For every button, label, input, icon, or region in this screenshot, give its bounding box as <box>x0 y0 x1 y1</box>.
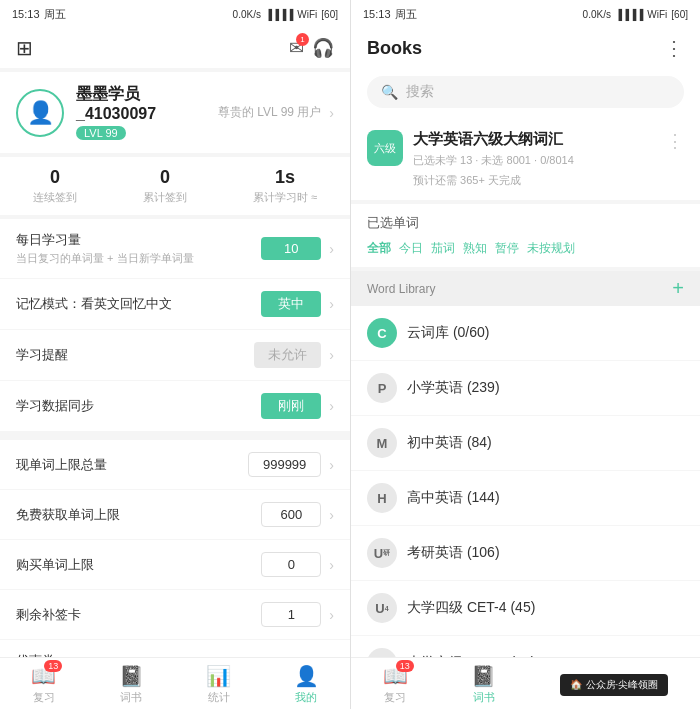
stat-total-label: 累计签到 <box>143 190 187 205</box>
settings-wordlimit[interactable]: 现单词上限总量 999999 › <box>0 440 350 489</box>
settings-reminder-label: 学习提醒 <box>16 346 254 364</box>
settings-signcard[interactable]: 剩余补签卡 1 › <box>0 590 350 639</box>
settings-reminder-chevron: › <box>329 347 334 363</box>
lib-middle-name: 初中英语 (84) <box>407 434 684 452</box>
lib-cet4[interactable]: U4 大学四级 CET-4 (45) <box>351 581 700 636</box>
right-status-right: 0.0K/s ▐▐▐▐ WiFi [60] <box>583 9 688 20</box>
premium-text[interactable]: 尊贵的 LVL 99 用户 › <box>218 104 334 121</box>
search-icon: 🔍 <box>381 84 398 100</box>
right-status-time-group: 15:13 周五 <box>363 7 417 22</box>
mail-icon[interactable]: ✉ 1 <box>289 37 304 59</box>
right-bottom-nav: 📖 13 复习 📓 词书 🏠 公众房·尖峰领圈 <box>351 657 700 709</box>
lib-primary[interactable]: P 小学英语 (239) <box>351 361 700 416</box>
settings-sync[interactable]: 学习数据同步 刚刚 › <box>0 381 350 431</box>
nav-wordbook-label: 词书 <box>120 690 142 705</box>
book-item[interactable]: 六级 大学英语六级大纲词汇 已选未学 13 · 未选 8001 · 0/8014… <box>367 130 684 188</box>
tag-paused[interactable]: 暂停 <box>495 240 519 257</box>
stat-time-value: 1s <box>253 167 317 188</box>
book-subtitle2: 预计还需 365+ 天完成 <box>413 172 656 189</box>
selected-words: 已选单词 全部 今日 茄词 熟知 暂停 未按规划 <box>351 204 700 267</box>
lib-middle[interactable]: M 初中英语 (84) <box>351 416 700 471</box>
tag-today[interactable]: 今日 <box>399 240 423 257</box>
settings-freelimit-chevron: › <box>329 507 334 523</box>
settings-signcard-left: 剩余补签卡 <box>16 606 261 624</box>
nav-profile[interactable]: 👤 我的 <box>294 664 319 705</box>
grid-icon[interactable]: ⊞ <box>16 36 33 60</box>
settings-reminder-value: 未允许 <box>254 342 321 368</box>
tag-unplanned[interactable]: 未按规划 <box>527 240 575 257</box>
lib-graduate[interactable]: U研 考研英语 (106) <box>351 526 700 581</box>
r-nav-wordbook-label: 词书 <box>473 690 495 705</box>
right-time: 15:13 <box>363 8 391 20</box>
settings-coupon[interactable]: 优惠券 › <box>0 640 350 657</box>
lib-graduate-icon: U研 <box>367 538 397 568</box>
settings-list: 每日学习量 当日复习的单词量 + 当日新学单词量 10 › 记忆模式：看英文回忆… <box>0 219 350 657</box>
settings-daily-label: 每日学习量 <box>16 231 261 249</box>
nav-stats-label: 统计 <box>208 690 230 705</box>
lib-cloud[interactable]: C 云词库 (0/60) <box>351 306 700 361</box>
settings-reminder[interactable]: 学习提醒 未允许 › <box>0 330 350 380</box>
profile-chevron: › <box>329 105 334 121</box>
settings-purchaselimit-value: 0 <box>261 552 321 577</box>
lib-cloud-icon: C <box>367 318 397 348</box>
right-speed: 0.0K/s <box>583 9 611 20</box>
settings-memory[interactable]: 记忆模式：看英文回忆中文 英中 › <box>0 279 350 329</box>
more-icon[interactable]: ⋮ <box>664 36 684 60</box>
watermark-text: 公众房·尖峰领圈 <box>586 678 659 692</box>
right-signal-icon: ▐▐▐▐ <box>615 9 643 20</box>
settings-daily[interactable]: 每日学习量 当日复习的单词量 + 当日新学单词量 10 › <box>0 219 350 278</box>
r-nav-wordbook[interactable]: 📓 词书 <box>471 664 496 705</box>
settings-daily-chevron: › <box>329 241 334 257</box>
book-subtitle1: 已选未学 13 · 未选 8001 · 0/8014 <box>413 152 656 169</box>
stat-total: 0 累计签到 <box>143 167 187 205</box>
left-signal-icon: ▐▐▐▐ <box>265 9 293 20</box>
settings-signcard-label: 剩余补签卡 <box>16 606 261 624</box>
nav-review-badge: 13 <box>44 660 62 672</box>
headphones-icon[interactable]: 🎧 <box>312 37 334 59</box>
settings-freelimit-left: 免费获取单词上限 <box>16 506 261 524</box>
settings-wordlimit-left: 现单词上限总量 <box>16 456 248 474</box>
left-top-bar: ⊞ ✉ 1 🎧 <box>0 28 350 68</box>
book-info: 大学英语六级大纲词汇 已选未学 13 · 未选 8001 · 0/8014 预计… <box>413 130 656 188</box>
book-more-icon[interactable]: ⋮ <box>666 130 684 152</box>
tag-known[interactable]: 熟知 <box>463 240 487 257</box>
top-bar-icons: ✉ 1 🎧 <box>289 37 334 59</box>
nav-stats[interactable]: 📊 统计 <box>206 664 231 705</box>
settings-sync-left: 学习数据同步 <box>16 397 261 415</box>
left-bottom-nav: 📖 13 复习 📓 词书 📊 统计 👤 我的 <box>0 657 350 709</box>
lib-cet6[interactable]: U6 大学六级 CET-6 (42) <box>351 636 700 657</box>
stat-continuous-label: 连续签到 <box>33 190 77 205</box>
nav-profile-icon: 👤 <box>294 664 319 688</box>
settings-memory-value: 英中 <box>261 291 321 317</box>
nav-stats-icon: 📊 <box>206 664 231 688</box>
settings-signcard-value: 1 <box>261 602 321 627</box>
tag-all[interactable]: 全部 <box>367 240 391 257</box>
settings-memory-left: 记忆模式：看英文回忆中文 <box>16 295 261 313</box>
selected-label: 已选单词 <box>367 214 684 232</box>
r-nav-review-icon: 📖 13 <box>383 664 408 688</box>
left-status-time-group: 15:13 周五 <box>12 7 66 22</box>
nav-wordbook-icon: 📓 <box>119 664 144 688</box>
avatar: 👤 <box>16 89 64 137</box>
word-library-section: Word Library + C 云词库 (0/60) P 小学英语 (239)… <box>351 271 700 657</box>
settings-memory-chevron: › <box>329 296 334 312</box>
search-placeholder: 搜索 <box>406 83 434 101</box>
left-time: 15:13 <box>12 8 40 20</box>
settings-purchaselimit[interactable]: 购买单词上限 0 › <box>0 540 350 589</box>
settings-purchaselimit-chevron: › <box>329 557 334 573</box>
settings-daily-left: 每日学习量 当日复习的单词量 + 当日新学单词量 <box>16 231 261 266</box>
search-input-wrap[interactable]: 🔍 搜索 <box>367 76 684 108</box>
tag-eggplant[interactable]: 茄词 <box>431 240 455 257</box>
right-battery-icon: [60] <box>671 9 688 20</box>
stats-row: 0 连续签到 0 累计签到 1s 累计学习时 ≈ <box>0 157 350 215</box>
settings-freelimit[interactable]: 免费获取单词上限 600 › <box>0 490 350 539</box>
nav-review[interactable]: 📖 13 复习 <box>31 664 56 705</box>
library-add-icon[interactable]: + <box>672 277 684 300</box>
search-bar: 🔍 搜索 <box>351 68 700 118</box>
r-nav-review[interactable]: 📖 13 复习 <box>383 664 408 705</box>
settings-purchaselimit-label: 购买单词上限 <box>16 556 261 574</box>
lib-high[interactable]: H 高中英语 (144) <box>351 471 700 526</box>
nav-wordbook[interactable]: 📓 词书 <box>119 664 144 705</box>
watermark-icon: 🏠 <box>570 679 582 690</box>
stat-total-value: 0 <box>143 167 187 188</box>
